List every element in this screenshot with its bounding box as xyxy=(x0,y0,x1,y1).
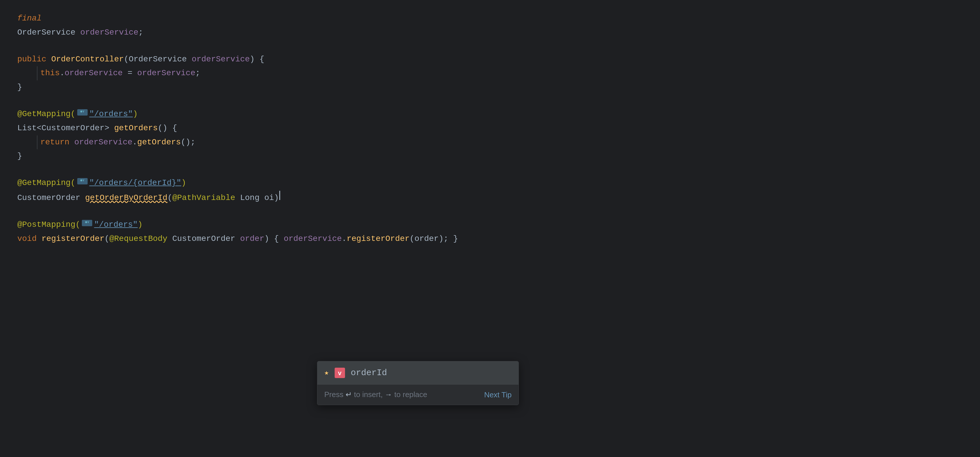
semicolon-2: ; xyxy=(196,67,200,80)
semicolon-1: ; xyxy=(138,26,143,39)
line-postmapping: @PostMapping("/orders") xyxy=(17,218,963,232)
keyword-public-1: public xyxy=(17,53,51,66)
keyword-this: this xyxy=(40,67,60,80)
space-oi: oi) xyxy=(259,192,279,205)
line-registerorder: void registerOrder(@RequestBody Customer… xyxy=(17,232,963,246)
line-getmapping-2: @GetMapping("/orders/{orderId}") xyxy=(17,176,963,190)
ref-orderservice-1: orderService xyxy=(74,136,133,149)
register-rest: ) { xyxy=(264,233,284,246)
autocomplete-popup: ★ v orderId Press ↵ to insert, → to repl… xyxy=(317,361,519,405)
type-orderservice: OrderService xyxy=(17,26,80,39)
annotation-postmapping: @PostMapping( xyxy=(17,218,80,232)
annotation-getmapping-1: @GetMapping( xyxy=(17,108,76,121)
type-customerorder-2: CustomerOrder xyxy=(17,192,85,205)
assign-op: = xyxy=(123,67,137,80)
empty-line-2 xyxy=(17,95,963,107)
string-orders-1: "/orders" xyxy=(89,108,133,121)
text-cursor xyxy=(279,191,280,200)
annotation-requestbody: @RequestBody xyxy=(109,233,172,246)
line-getorderbyorderid: CustomerOrder getOrderByOrderId(@PathVar… xyxy=(17,190,963,205)
indent-guide-1 xyxy=(37,66,37,80)
brace-close-1: } xyxy=(17,81,22,94)
paren-close-1: ) xyxy=(250,53,255,66)
param-order: order xyxy=(240,233,264,246)
string-orders-post: "/orders" xyxy=(94,218,137,232)
dot-1: . xyxy=(60,67,65,80)
annotation-close-2: ) xyxy=(181,177,186,190)
dot-2: . xyxy=(132,136,137,149)
keyword-final: final xyxy=(17,12,41,25)
call-getorders: getOrders xyxy=(137,136,181,149)
annotation-close-1: ) xyxy=(133,108,138,121)
line-close-getorders: } xyxy=(17,149,963,163)
method-getorders: getOrders xyxy=(114,122,158,135)
constructor-name: OrderController xyxy=(51,53,124,66)
paren-call-2: (order); } xyxy=(410,233,458,246)
line-constructor-declaration: public OrderController(OrderService orde… xyxy=(17,52,963,67)
keyword-return-1: return xyxy=(40,136,74,149)
paren-open-1: ( xyxy=(124,53,129,66)
empty-line-3 xyxy=(17,163,963,176)
line-final: final xyxy=(17,11,963,25)
dot-3: . xyxy=(342,233,347,246)
annotation-close-3: ) xyxy=(138,218,143,232)
method-getorderbyorderid: getOrderByOrderId xyxy=(85,192,167,205)
key-arrow: → xyxy=(385,390,392,399)
param-type-1: OrderService xyxy=(129,53,191,66)
line-this-assignment: this.orderService = orderService; xyxy=(17,66,963,80)
hint-text: Press ↵ to insert, → to replace xyxy=(324,389,427,401)
type-customerorder-1: CustomerOrder xyxy=(41,122,104,135)
paren-open-2: ( xyxy=(167,192,172,205)
method-registerorder: registerOrder xyxy=(41,233,104,246)
postmapping-icon xyxy=(82,220,92,226)
key-enter: ↵ xyxy=(345,390,352,399)
star-icon: ★ xyxy=(324,367,329,379)
type-list-close: > xyxy=(104,122,114,135)
autocomplete-item[interactable]: ★ v orderId xyxy=(317,361,519,384)
keyword-void: void xyxy=(17,233,41,246)
line-field-declaration: OrderService orderService; xyxy=(17,25,963,40)
getmapping-icon-1 xyxy=(77,109,88,116)
autocomplete-item-text: orderId xyxy=(351,366,387,380)
type-long: Long xyxy=(240,192,259,205)
type-v-icon: v xyxy=(335,368,345,378)
brace-close-2: } xyxy=(17,150,22,163)
call-registerorder: registerOrder xyxy=(347,233,410,246)
paren-register: ( xyxy=(104,233,109,246)
line-getorders-method: List<CustomerOrder> getOrders() { xyxy=(17,121,963,135)
empty-line-4 xyxy=(17,205,963,218)
autocomplete-footer: Press ↵ to insert, → to replace Next Tip xyxy=(317,384,519,405)
code-editor: final OrderService orderService; public … xyxy=(0,0,980,457)
paren-getorders: () { xyxy=(158,122,177,135)
getmapping-icon-2 xyxy=(77,178,88,184)
field-orderservice: orderService xyxy=(80,26,138,39)
line-close-constructor: } xyxy=(17,80,963,95)
empty-line-1 xyxy=(17,40,963,52)
brace-open-1: { xyxy=(255,53,264,66)
orderservice-ref-2: orderService xyxy=(284,233,342,246)
param-orderservice: orderService xyxy=(192,53,250,66)
type-list: List< xyxy=(17,122,41,135)
line-return-getorders: return orderService.getOrders(); xyxy=(17,135,963,149)
line-getmapping-1: @GetMapping("/orders") xyxy=(17,107,963,121)
indent-guide-2 xyxy=(37,135,37,149)
type-customerorder-3: CustomerOrder xyxy=(172,233,240,246)
field-ref-orderservice: orderService xyxy=(65,67,123,80)
annotation-pathvariable: @PathVariable xyxy=(172,192,240,205)
annotation-getmapping-2: @GetMapping( xyxy=(17,177,76,190)
next-tip-button[interactable]: Next Tip xyxy=(484,390,512,399)
param-ref-orderservice: orderService xyxy=(137,67,196,80)
string-orders-orderid: "/orders/{orderId}" xyxy=(89,177,181,190)
paren-call-1: (); xyxy=(181,136,195,149)
